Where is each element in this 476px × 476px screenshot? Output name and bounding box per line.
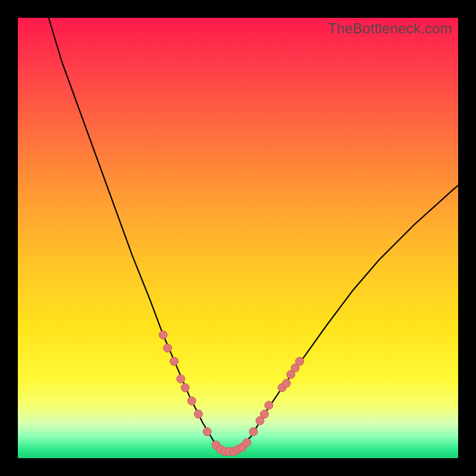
marker-dot xyxy=(265,401,273,409)
marker-dot xyxy=(243,439,251,447)
marker-dot xyxy=(170,357,178,365)
highlighted-points xyxy=(159,331,303,456)
marker-dot xyxy=(282,379,290,387)
marker-dot xyxy=(249,428,258,436)
marker-dot xyxy=(177,375,185,383)
marker-dot xyxy=(181,384,189,392)
marker-dot xyxy=(187,397,196,405)
marker-dot xyxy=(159,331,167,339)
outer-frame: TheBottleneck.com xyxy=(0,0,476,476)
bottleneck-curve xyxy=(49,18,458,454)
marker-dot xyxy=(203,428,211,436)
marker-dot xyxy=(194,410,202,418)
marker-dot xyxy=(164,344,172,352)
chart-svg xyxy=(18,18,458,458)
plot-area: TheBottleneck.com xyxy=(18,18,458,458)
marker-dot xyxy=(296,357,304,365)
marker-dot xyxy=(260,410,268,418)
